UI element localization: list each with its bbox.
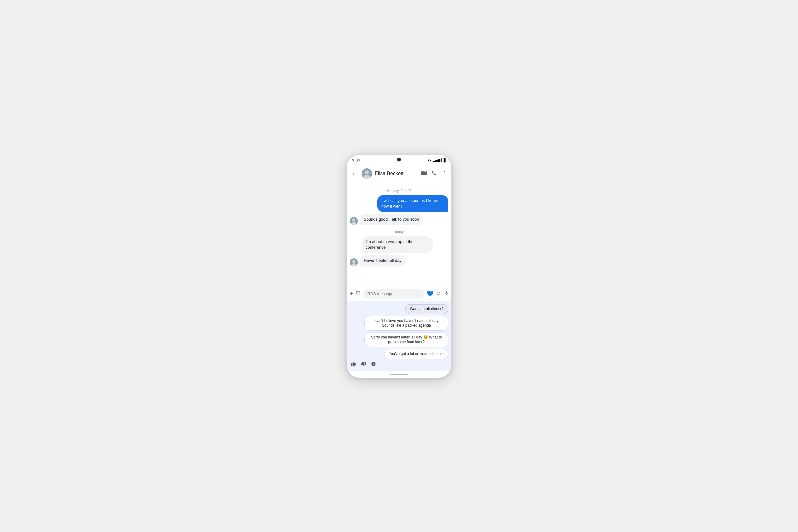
suggestions-area: Wanna grab dinner? I can't believe you h… (347, 301, 451, 371)
svg-rect-3 (421, 171, 425, 175)
thumbs-down-button[interactable] (361, 362, 366, 368)
phone-frame: 9:30 ▾▴ ▂▄▆ ▐ ← Elisa Beckett (346, 154, 452, 378)
rcs-message-input[interactable] (363, 289, 424, 299)
add-button[interactable]: + (350, 290, 353, 297)
received-bubble: Haven't eaten all day (360, 255, 405, 266)
video-call-button[interactable] (421, 170, 427, 177)
thumbs-up-button[interactable] (351, 362, 356, 368)
contact-avatar (362, 168, 372, 179)
suggestion-chip[interactable]: Wanna grab dinner? (405, 304, 448, 314)
svg-marker-4 (425, 171, 427, 175)
svg-point-6 (352, 218, 355, 222)
avatar (350, 258, 358, 266)
suggestion-chip[interactable]: Sorry you haven't eaten all day 😔 What t… (364, 332, 448, 347)
wifi-icon: ▾▴ (428, 158, 432, 163)
app-header: ← Elisa Beckett ⋮ (347, 166, 451, 182)
more-options-button[interactable]: ⋮ (441, 170, 448, 177)
suggestion-chip[interactable]: I can't believe you haven't eaten all da… (364, 316, 448, 331)
status-bar: 9:30 ▾▴ ▂▄▆ ▐ (347, 155, 451, 166)
mic-button[interactable] (444, 290, 449, 298)
suggestion-row-2: I can't believe you haven't eaten all da… (350, 316, 448, 331)
message-row: I'm about to wrap up at the conference (350, 236, 448, 253)
emoji-button[interactable]: ☺ (436, 290, 441, 297)
suggestion-row-1: Wanna grab dinner? (350, 304, 448, 314)
status-icons: ▾▴ ▂▄▆ ▐ (428, 158, 446, 163)
copy-button[interactable] (356, 290, 361, 297)
info-button[interactable] (371, 362, 376, 368)
avatar (350, 217, 358, 225)
contact-name: Elisa Beckett (375, 171, 418, 176)
received-bubble: Sounds good. Talk to you soon (360, 214, 423, 225)
signal-icon: ▂▄▆ (433, 158, 440, 162)
status-time: 9:30 (352, 158, 360, 163)
received-bubble: I'm about to wrap up at the conference (362, 236, 433, 253)
date-divider-monday: Monday, Feb 27 (350, 189, 448, 193)
input-bar: + 💙 ☺ (347, 286, 451, 301)
suggestion-chip[interactable]: You've got a lot on your schedule (384, 349, 448, 359)
message-row: Sounds good. Talk to you soon (350, 214, 448, 225)
message-row: Haven't eaten all day (350, 255, 448, 266)
chat-area: Monday, Feb 27 I will call you as soon a… (347, 182, 451, 286)
side-actions (350, 361, 448, 369)
suggestion-row-3: Sorry you haven't eaten all day 😔 What t… (350, 332, 448, 347)
svg-point-9 (352, 260, 355, 263)
battery-icon: ▐ (441, 158, 446, 163)
date-divider-today: Today (350, 230, 448, 234)
front-camera (397, 158, 401, 162)
home-indicator (390, 374, 408, 375)
heart-icon[interactable]: 💙 (427, 290, 434, 297)
svg-point-1 (365, 170, 369, 174)
suggestion-row-4: You've got a lot on your schedule (350, 349, 448, 359)
sent-bubble: I will call you as soon as I know how it… (377, 195, 448, 212)
home-indicator-bar (347, 371, 451, 378)
message-row: I will call you as soon as I know how it… (350, 195, 448, 212)
back-button[interactable]: ← (350, 169, 359, 178)
phone-call-button[interactable] (432, 170, 437, 177)
header-actions: ⋮ (421, 170, 448, 177)
